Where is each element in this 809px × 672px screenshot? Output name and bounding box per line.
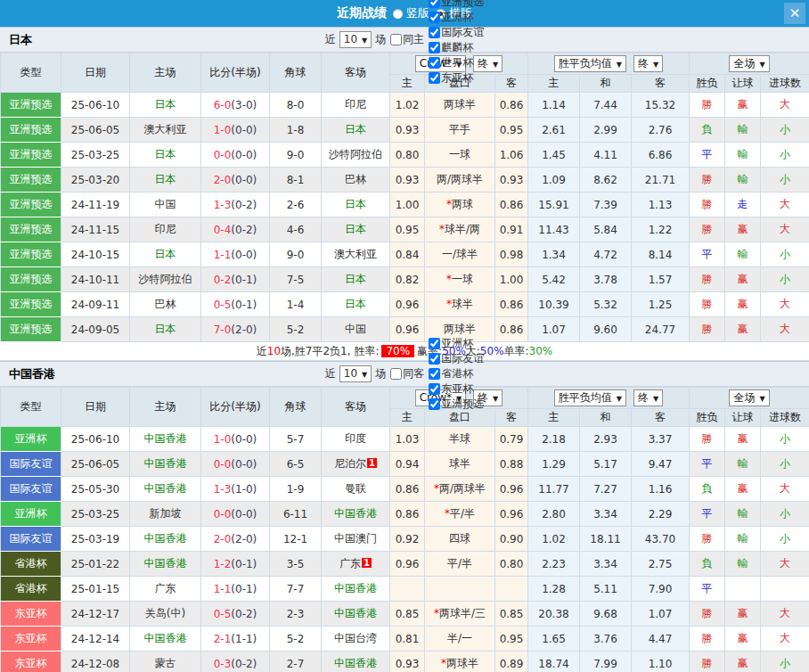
same-venue-label: 同主 — [403, 32, 424, 47]
odds-away: 0.86 — [495, 292, 528, 317]
league-label: 省港杯 — [441, 366, 473, 381]
odds-home: 1.00 — [390, 193, 425, 217]
result-handicap: 輸 — [725, 143, 761, 168]
avg-home: 11.43 — [528, 217, 580, 242]
odds-away: 0.93 — [495, 168, 528, 193]
handicap-line: *两/两球半 — [425, 477, 495, 502]
handicap-line: *球半 — [425, 292, 495, 317]
match-date: 24-12-14 — [61, 627, 130, 652]
result-outcome: 負 — [690, 477, 725, 502]
avg-home: 2.18 — [528, 427, 580, 452]
result-handicap: 走 — [725, 193, 761, 217]
league-filter[interactable]: 东亚杯 — [424, 381, 484, 397]
result-goals: 小 — [761, 527, 809, 552]
result-outcome: 勝 — [690, 427, 725, 452]
odds-home: 0.86 — [390, 477, 425, 502]
league-filter[interactable]: 亚洲预选 — [424, 397, 484, 412]
section-team-name: 日本 — [9, 32, 32, 48]
corner-score: 12-1 — [270, 527, 322, 552]
odds-home: 0.96 — [390, 552, 425, 577]
avg-source-select[interactable]: 胜平负均值 — [554, 389, 626, 406]
col-avg-home: 主 — [528, 409, 580, 427]
odds-home: 0.86 — [390, 502, 425, 527]
league-filters: 亚洲杯国际友谊省港杯东亚杯亚洲预选 — [424, 336, 484, 412]
match-type-badge: 亚洲预选 — [1, 118, 61, 143]
odds-home: 0.82 — [390, 267, 425, 292]
league-filter[interactable]: 亚洲杯 — [424, 336, 484, 351]
league-filter[interactable]: 亚洲预选 — [424, 0, 484, 10]
result-goals: 大 — [761, 477, 809, 502]
avg-draw: 9.68 — [580, 602, 632, 627]
col-score: 比分(半场) — [201, 53, 270, 93]
full-score: 2-0 — [214, 533, 232, 545]
league-checkbox[interactable] — [429, 398, 440, 410]
avg-home: 10.39 — [528, 292, 580, 317]
scope-select[interactable]: 全场 — [729, 55, 769, 72]
league-checkbox[interactable] — [429, 338, 440, 349]
avg-away: 43.70 — [632, 527, 690, 552]
full-score: 0-5 — [214, 299, 232, 311]
match-count-select[interactable]: 10 — [339, 365, 372, 382]
league-label: 麒麟杯 — [441, 40, 473, 55]
league-checkbox[interactable] — [429, 368, 440, 380]
away-team: 中国香港 — [322, 577, 390, 602]
league-checkbox[interactable] — [429, 353, 440, 365]
league-checkbox[interactable] — [429, 0, 440, 8]
handicap-line: *两球半 — [425, 652, 495, 672]
match-count-select[interactable]: 10 — [339, 31, 372, 48]
match-row: 亚洲预选24-10-15日本1-1(0-0)9-0澳大利亚0.84一/球半0.9… — [1, 242, 809, 267]
odds-away: 0.95 — [495, 627, 528, 652]
match-table-body: 亚洲预选25-06-10日本6-0(3-0)8-0印尼1.02两球半0.861.… — [1, 93, 809, 342]
league-filter[interactable]: 东亚杯 — [424, 70, 484, 86]
avg-stage-select[interactable]: 终 — [633, 55, 663, 72]
match-row: 亚洲预选25-06-10日本6-0(3-0)8-0印尼1.02两球半0.861.… — [1, 93, 809, 118]
odds-home: 0.85 — [390, 602, 425, 627]
league-checkbox[interactable] — [429, 72, 440, 84]
result-goals: 小 — [761, 168, 809, 193]
filter-near-label: 近 — [325, 366, 336, 381]
away-team: 沙特阿拉伯 — [322, 143, 390, 168]
avg-away: 24.77 — [632, 317, 690, 342]
league-checkbox[interactable] — [429, 12, 440, 23]
avg-stage-select[interactable]: 终 — [633, 389, 663, 406]
full-score: 7-0 — [214, 324, 232, 336]
match-row: 亚洲预选24-11-15印尼0-4(0-2)4-6日本0.95*球半/两0.91… — [1, 217, 809, 242]
same-venue-filter[interactable]: 同客 — [386, 366, 424, 381]
same-venue-checkbox[interactable] — [390, 34, 402, 45]
avg-away: 1.13 — [632, 193, 690, 217]
match-row: 亚洲预选25-06-05澳大利亚1-0(0-0)1-8日本0.93平手0.952… — [1, 118, 809, 143]
match-date: 24-09-11 — [61, 292, 130, 317]
full-score: 0-5 — [214, 608, 232, 620]
league-checkbox[interactable] — [429, 383, 440, 395]
avg-draw: 3.34 — [580, 552, 632, 577]
avg-source-select[interactable]: 胜平负均值 — [554, 55, 626, 72]
home-team: 印尼 — [130, 217, 201, 242]
close-icon[interactable]: ✕ — [784, 3, 805, 24]
result-group-header: 全场 — [690, 53, 809, 75]
same-venue-filter[interactable]: 同主 — [386, 32, 424, 47]
half-score: (2-0) — [231, 533, 257, 545]
league-filter[interactable]: 省港杯 — [424, 366, 484, 381]
league-filter[interactable]: 国际友谊 — [424, 25, 484, 40]
avg-away: 7.90 — [632, 577, 690, 602]
same-venue-checkbox[interactable] — [390, 368, 402, 380]
league-checkbox[interactable] — [429, 42, 440, 53]
match-score: 1-0(0-0) — [201, 118, 270, 143]
full-score: 1-0 — [214, 124, 232, 136]
match-score: 2-1(1-1) — [201, 627, 270, 652]
scope-select[interactable]: 全场 — [729, 389, 769, 406]
league-checkbox[interactable] — [429, 57, 440, 69]
match-date: 25-01-15 — [61, 577, 130, 602]
league-filter[interactable]: 国际友谊 — [424, 351, 484, 366]
full-score: 1-1 — [214, 583, 232, 595]
league-filter[interactable]: 麒麟杯 — [424, 40, 484, 55]
full-score: 2-0 — [214, 174, 232, 186]
match-row: 省港杯25-01-22中国香港1-2(0-1)3-5广东10.96平/半0.80… — [1, 552, 809, 577]
away-team: 曼联 — [322, 477, 390, 502]
league-checkbox[interactable] — [429, 27, 440, 38]
odds-home: 0.95 — [390, 217, 425, 242]
league-filter[interactable]: 亚洲杯 — [424, 10, 484, 25]
league-filter[interactable]: 世界杯 — [424, 55, 484, 70]
col-handicap-result: 让球 — [725, 409, 761, 427]
match-score: 0-0(0-0) — [201, 452, 270, 477]
